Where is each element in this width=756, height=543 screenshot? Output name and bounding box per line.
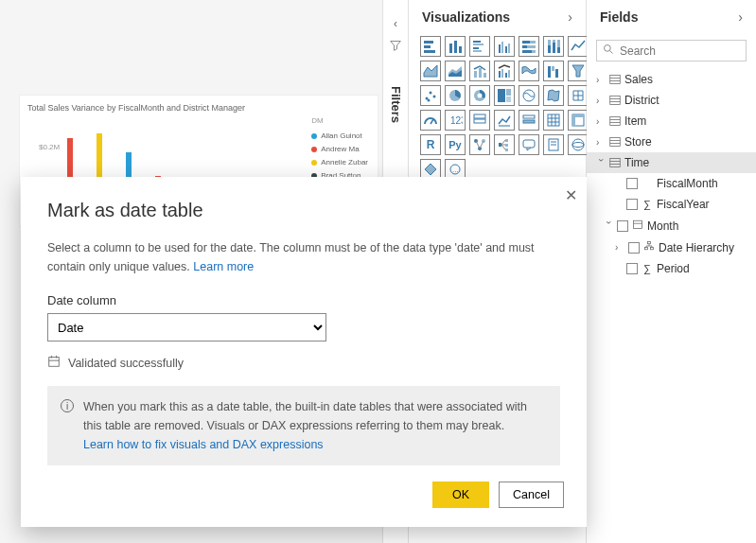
svg-rect-0	[424, 41, 433, 44]
svg-line-47	[431, 119, 433, 124]
scatter-icon[interactable]	[420, 85, 441, 106]
svg-rect-61	[572, 114, 575, 126]
gauge-icon[interactable]	[420, 110, 441, 131]
date-column-select[interactable]: Date	[47, 313, 326, 342]
collapse-right-icon[interactable]: ›	[568, 9, 572, 25]
arcgis-icon[interactable]	[568, 134, 589, 155]
legend-item: Allan Guinot	[311, 130, 368, 143]
table-item[interactable]: ›Item	[587, 111, 756, 131]
svg-line-65	[476, 141, 480, 149]
stacked-area-icon[interactable]	[445, 61, 466, 81]
checkbox[interactable]	[626, 199, 638, 210]
field-label: Date Hierarchy	[659, 241, 734, 254]
svg-rect-87	[610, 96, 621, 105]
table-district[interactable]: ›District	[587, 90, 756, 111]
field-label: Month	[647, 219, 678, 233]
table-sales[interactable]: ›Sales	[587, 69, 756, 90]
learn-more-link[interactable]: Learn more	[193, 260, 254, 273]
treemap-icon[interactable]	[494, 85, 515, 106]
table-icon	[609, 74, 621, 85]
search-box[interactable]	[596, 40, 747, 61]
clustered-bar-icon[interactable]	[469, 36, 490, 57]
funnel-icon[interactable]	[568, 61, 589, 81]
waterfall-icon[interactable]	[543, 61, 564, 81]
table-label: Sales	[624, 73, 653, 86]
checkbox[interactable]	[626, 263, 638, 274]
field-label: FiscalMonth	[657, 177, 718, 190]
svg-point-78	[572, 139, 584, 150]
slicer-icon[interactable]	[519, 110, 539, 131]
multi-row-card-icon[interactable]	[469, 110, 490, 131]
dialog-title: Mark as date table	[47, 200, 560, 221]
field-label: FiscalYear	[657, 198, 710, 211]
hierarchy-icon	[643, 240, 655, 254]
map-icon[interactable]	[519, 85, 539, 106]
decomposition-tree-icon[interactable]	[494, 134, 515, 155]
svg-rect-103	[651, 248, 654, 250]
filled-map-icon[interactable]	[543, 85, 564, 106]
svg-rect-90	[610, 117, 621, 126]
line-stacked-column-icon[interactable]	[469, 61, 490, 81]
table-icon	[609, 95, 621, 106]
table-store[interactable]: ›Store	[587, 131, 756, 152]
stacked-column-100-icon[interactable]	[543, 36, 564, 57]
donut-chart-icon[interactable]	[469, 85, 490, 106]
checkbox[interactable]	[617, 220, 628, 232]
field-fiscalmonth[interactable]: FiscalMonth	[587, 173, 756, 194]
line-clustered-column-icon[interactable]	[494, 61, 515, 81]
svg-rect-53	[523, 120, 535, 123]
table-icon	[609, 157, 621, 168]
line-chart-icon[interactable]	[568, 36, 589, 57]
field-date-hierarchy[interactable]: ›Date Hierarchy	[587, 236, 756, 258]
stacked-column-icon[interactable]	[445, 36, 466, 57]
svg-rect-49	[474, 114, 485, 118]
learn-fix-link[interactable]: Learn how to fix visuals and DAX express…	[83, 438, 324, 451]
key-influencers-icon[interactable]	[469, 134, 490, 155]
python-visual-icon[interactable]: Py	[445, 134, 466, 155]
field-month[interactable]: ›Month	[587, 215, 756, 236]
checkbox[interactable]	[628, 242, 640, 254]
qa-visual-icon[interactable]	[519, 134, 539, 155]
calendar-icon	[632, 219, 643, 233]
mark-as-date-table-dialog: ✕ Mark as date table Select a column to …	[21, 177, 587, 527]
table-icon	[609, 115, 621, 127]
svg-rect-70	[505, 149, 508, 151]
stacked-bar-icon[interactable]	[420, 36, 441, 57]
close-button[interactable]: ✕	[565, 186, 577, 204]
clustered-column-icon[interactable]	[494, 36, 515, 57]
field-period[interactable]: ∑Period	[587, 258, 756, 279]
svg-line-66	[480, 141, 483, 149]
svg-rect-32	[508, 70, 510, 78]
area-chart-icon[interactable]	[420, 61, 441, 81]
paginated-report-icon[interactable]	[543, 134, 564, 155]
table-icon[interactable]	[543, 110, 564, 131]
search-input[interactable]	[620, 44, 740, 58]
checkbox[interactable]	[626, 178, 638, 189]
date-column-label: Date column	[47, 293, 560, 307]
svg-rect-84	[610, 76, 621, 84]
svg-rect-33	[548, 66, 551, 78]
info-icon: i	[61, 399, 74, 412]
svg-text:...: ...	[452, 166, 459, 174]
pie-chart-icon[interactable]	[445, 85, 466, 106]
field-fiscalyear[interactable]: ∑FiscalYear	[587, 194, 756, 215]
card-icon[interactable]: 123	[445, 110, 466, 131]
svg-rect-19	[522, 50, 532, 53]
svg-rect-23	[553, 43, 555, 53]
svg-rect-31	[505, 73, 507, 78]
svg-rect-44	[506, 89, 511, 96]
collapse-right-icon[interactable]: ›	[738, 9, 743, 25]
ok-button[interactable]: OK	[432, 482, 489, 508]
cancel-button[interactable]: Cancel	[499, 482, 564, 508]
shape-map-icon[interactable]	[568, 85, 589, 106]
visualizations-title: Visualizations	[422, 9, 510, 25]
fields-tree: ›Sales ›District ›Item ›Store ›Time Fisc…	[587, 69, 756, 279]
stacked-bar-100-icon[interactable]	[519, 36, 539, 57]
svg-rect-10	[499, 44, 501, 53]
r-visual-icon[interactable]: R	[420, 134, 441, 155]
svg-point-37	[430, 92, 432, 95]
table-time[interactable]: ›Time	[587, 152, 756, 173]
ribbon-chart-icon[interactable]	[519, 61, 539, 81]
kpi-icon[interactable]	[494, 110, 515, 131]
matrix-icon[interactable]	[568, 110, 589, 131]
